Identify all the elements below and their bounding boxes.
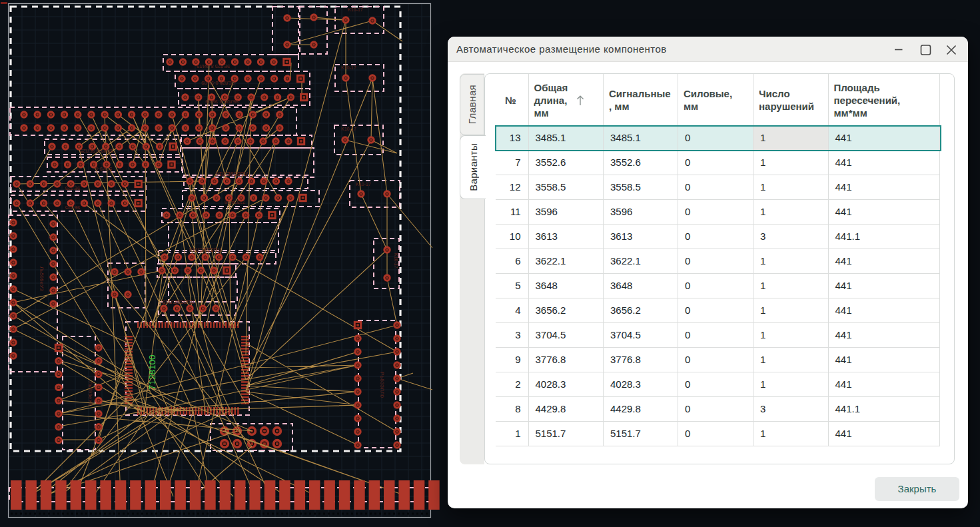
svg-text:K10-17: K10-17 [348, 7, 363, 12]
svg-text:K10-17: K10-17 [394, 253, 398, 268]
svg-text:9ЕЛ25 8-9ИЛ9: 9ЕЛ25 8-9ИЛ9 [201, 80, 235, 86]
svg-text:K10-17: K10-17 [341, 65, 356, 70]
svg-text:Ль599еУ3: Ль599еУ3 [39, 266, 45, 291]
svg-text:5ЛИ9-8: 5ЛИ9-8 [95, 166, 112, 172]
svg-text:7128100: 7128100 [147, 354, 157, 390]
svg-text:9ЕЛ25: 9ЕЛ25 [65, 185, 80, 191]
svg-text:5ЛИ9-8 9ЕЛ25: 5ЛИ9-8 9ЕЛ25 [80, 148, 113, 154]
svg-text:K10-17: K10-17 [356, 182, 371, 187]
svg-text:РЬ533ЛЛ0: РЬ533ЛЛ0 [379, 372, 385, 398]
svg-text:9ЕЛ25 8-9ИЛ9: 9ЕЛ25 8-9ИЛ9 [197, 63, 230, 69]
svg-text:ЛЬ559ЕЛ16: ЛЬ559ЕЛ16 [215, 171, 248, 177]
svg-text:K10-17: K10-17 [341, 127, 356, 131]
svg-text:9ЕЛ25: 9ЕЛ25 [65, 205, 80, 211]
svg-text:7133АП6: 7133АП6 [225, 199, 245, 205]
svg-text:ЛЬ559ЕЛ14: ЛЬ559ЕЛ14 [189, 247, 221, 253]
svg-text:9ЕЛ25 8-9ИЛ9: 9ЕЛ25 8-9ИЛ9 [205, 99, 239, 105]
svg-text:ЛЬ559ЕЛ15: ЛЬ559ЕЛ15 [162, 298, 195, 305]
svg-text:Ль599еУ3: Ль599еУ3 [87, 381, 93, 406]
